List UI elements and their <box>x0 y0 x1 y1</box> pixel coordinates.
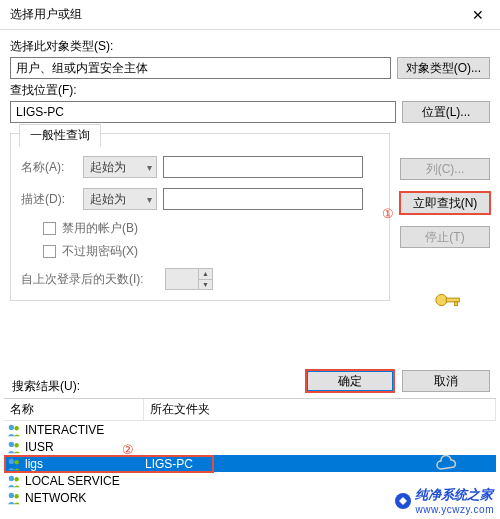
svg-point-4 <box>14 426 18 430</box>
user-group-icon <box>6 457 22 471</box>
annotation-one: ① <box>382 206 394 221</box>
cancel-button[interactable]: 取消 <box>402 370 490 392</box>
user-group-icon <box>6 491 22 505</box>
disabled-accounts-checkbox[interactable] <box>43 222 56 235</box>
user-group-icon <box>6 423 22 437</box>
dialog-actions: 确定 取消 <box>306 370 490 392</box>
svg-point-3 <box>9 424 14 429</box>
window-title: 选择用户或组 <box>10 6 82 23</box>
row-name: INTERACTIVE <box>25 423 145 437</box>
results-header: 名称 所在文件夹 <box>4 399 496 421</box>
since-login-row: 自上次登录后的天数(I): ▲ ▼ <box>21 268 379 290</box>
svg-point-11 <box>9 492 14 497</box>
columns-button[interactable]: 列(C)... <box>400 158 490 180</box>
row-name: NETWORK <box>25 491 145 505</box>
svg-point-12 <box>14 494 18 498</box>
since-login-stepper[interactable]: ▲ ▼ <box>165 268 213 290</box>
object-type-value: 用户、组或内置安全主体 <box>10 57 391 79</box>
results-label: 搜索结果(U): <box>12 378 80 395</box>
chevron-down-icon[interactable]: ▼ <box>198 280 212 290</box>
watermark: 纯净系统之家 www.ycwzy.com <box>394 486 494 515</box>
col-name-header[interactable]: 名称 <box>4 399 144 420</box>
find-now-button[interactable]: 立即查找(N) <box>400 192 490 214</box>
svg-point-8 <box>14 460 18 464</box>
chevron-down-icon: ▾ <box>147 162 152 173</box>
desc-input[interactable] <box>163 188 363 210</box>
user-group-icon <box>6 440 22 454</box>
name-label: 名称(A): <box>21 159 77 176</box>
logo-icon <box>394 492 412 510</box>
list-item[interactable]: ligsLIGS-PC <box>4 455 496 472</box>
list-item[interactable]: IUSR <box>4 438 496 455</box>
query-tab-panel: 一般性查询 名称(A): 起始为 ▾ 描述(D): 起始为 ▾ 禁用的帐户(B)… <box>10 133 390 301</box>
location-button[interactable]: 位置(L)... <box>402 101 490 123</box>
user-group-icon <box>6 474 22 488</box>
noexpire-row: 不过期密码(X) <box>43 243 379 260</box>
svg-point-6 <box>14 443 18 447</box>
tab-general-query[interactable]: 一般性查询 <box>19 124 101 147</box>
svg-point-10 <box>14 477 18 481</box>
list-item[interactable]: INTERACTIVE <box>4 421 496 438</box>
row-folder: LIGS-PC <box>145 457 193 471</box>
ok-button[interactable]: 确定 <box>306 370 394 392</box>
disabled-accounts-row: 禁用的帐户(B) <box>43 220 379 237</box>
object-type-section: 选择此对象类型(S): 用户、组或内置安全主体 对象类型(O)... <box>10 38 490 79</box>
svg-rect-2 <box>455 302 458 306</box>
location-label: 查找位置(F): <box>10 82 490 99</box>
name-row: 名称(A): 起始为 ▾ <box>21 156 379 178</box>
title-bar: 选择用户或组 ✕ <box>0 0 500 30</box>
side-buttons: 列(C)... 立即查找(N) 停止(T) <box>400 158 490 248</box>
object-type-label: 选择此对象类型(S): <box>10 38 490 55</box>
svg-point-7 <box>9 458 14 463</box>
location-value: LIGS-PC <box>10 101 396 123</box>
svg-point-0 <box>436 294 447 305</box>
col-folder-header[interactable]: 所在文件夹 <box>144 399 496 420</box>
desc-operator-select[interactable]: 起始为 ▾ <box>83 188 157 210</box>
svg-rect-1 <box>446 298 459 302</box>
annotation-two: ② <box>122 442 134 457</box>
stop-button[interactable]: 停止(T) <box>400 226 490 248</box>
search-key-icon <box>434 290 464 310</box>
row-name: LOCAL SERVICE <box>25 474 145 488</box>
name-input[interactable] <box>163 156 363 178</box>
since-login-label: 自上次登录后的天数(I): <box>21 271 157 288</box>
noexpire-checkbox[interactable] <box>43 245 56 258</box>
object-type-button[interactable]: 对象类型(O)... <box>397 57 490 79</box>
spinner-icon: ▲ ▼ <box>198 269 212 289</box>
chevron-up-icon[interactable]: ▲ <box>198 269 212 280</box>
name-operator-select[interactable]: 起始为 ▾ <box>83 156 157 178</box>
noexpire-label: 不过期密码(X) <box>62 243 138 260</box>
close-icon: ✕ <box>472 7 484 23</box>
svg-point-5 <box>9 441 14 446</box>
svg-point-9 <box>9 475 14 480</box>
chevron-down-icon: ▾ <box>147 194 152 205</box>
close-button[interactable]: ✕ <box>455 0 500 30</box>
desc-row: 描述(D): 起始为 ▾ <box>21 188 379 210</box>
row-name: ligs <box>25 457 145 471</box>
desc-label: 描述(D): <box>21 191 77 208</box>
location-section: 查找位置(F): LIGS-PC 位置(L)... <box>10 82 490 123</box>
disabled-accounts-label: 禁用的帐户(B) <box>62 220 138 237</box>
cloud-icon <box>434 455 460 473</box>
